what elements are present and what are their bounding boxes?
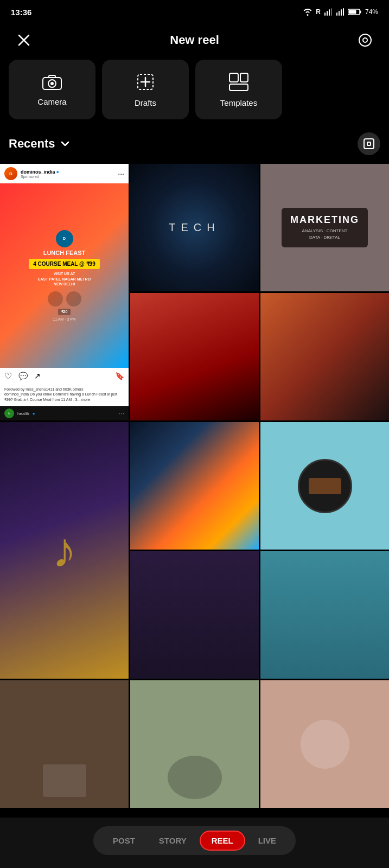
- svg-point-14: [363, 38, 367, 42]
- music-bg: ♪: [0, 422, 129, 679]
- photo-abstract-paint[interactable]: [130, 422, 259, 550]
- recents-title-group[interactable]: Recents: [9, 137, 71, 151]
- page-title: New reel: [170, 33, 219, 47]
- photo-teal-lower[interactable]: [260, 551, 389, 679]
- nav-reel[interactable]: REEL: [200, 831, 245, 851]
- templates-label: Templates: [220, 98, 257, 107]
- photo-peach[interactable]: [260, 680, 389, 808]
- photo-grid-section: D dominos_india ● Sponsored ··· D LUNCH …: [0, 164, 389, 808]
- photo-red-gradient[interactable]: [130, 293, 259, 420]
- close-icon: [18, 34, 30, 46]
- select-icon: [363, 138, 375, 150]
- close-button[interactable]: [13, 29, 35, 51]
- photo-sage[interactable]: [130, 680, 259, 808]
- photo-grid: D dominos_india ● Sponsored ··· D LUNCH …: [0, 164, 389, 808]
- svg-rect-0: [324, 12, 326, 16]
- quick-action-camera[interactable]: Camera: [9, 60, 95, 119]
- svg-rect-3: [331, 8, 332, 16]
- dominos-logo: D: [56, 230, 73, 247]
- photo-marketing[interactable]: MARKETING ANALYSIS · CONTENTDATA · DIGIT…: [260, 164, 389, 291]
- brown-bg: [0, 680, 129, 808]
- marketing-subtext: ANALYSIS · CONTENTDATA · DIGITAL: [290, 228, 359, 241]
- select-button[interactable]: [358, 132, 380, 155]
- post-caption: Followed by miss_snehu1411 and 603K othe…: [0, 385, 129, 406]
- recents-header: Recents: [0, 132, 389, 164]
- photo-music-person[interactable]: ♪: [0, 422, 129, 679]
- photo-dominos-post[interactable]: D dominos_india ● Sponsored ··· D LUNCH …: [0, 164, 129, 420]
- svg-rect-4: [336, 12, 337, 16]
- tech-label: TECH: [169, 221, 220, 234]
- marketing-text: MARKETING: [290, 214, 359, 226]
- food-bg: [260, 422, 389, 550]
- nav-story[interactable]: STORY: [148, 832, 197, 850]
- post-image: D LUNCH FEAST 4 COURSE MEAL @ ₹99 VISIT …: [0, 183, 129, 368]
- post-avatar: D: [4, 167, 17, 180]
- post-timing: 11 AM - 3 PM: [53, 317, 75, 321]
- drafts-icon: [136, 72, 155, 92]
- svg-rect-5: [339, 11, 340, 16]
- status-bar: 13:36 R 74%: [0, 0, 389, 24]
- quick-actions-row: Camera Drafts Templates: [0, 60, 389, 132]
- post-food-items: [48, 291, 81, 307]
- photo-tech[interactable]: TECH: [130, 164, 259, 291]
- status-icons: R 74%: [303, 8, 378, 16]
- svg-rect-24: [364, 139, 374, 149]
- post-more-icon: ···: [118, 169, 124, 178]
- health-post-teaser: h health ● ···: [0, 406, 129, 420]
- post-actions: ♡ 💬 ↗ 🔖: [0, 368, 129, 385]
- quick-action-drafts[interactable]: Drafts: [102, 60, 189, 119]
- camera-label: Camera: [37, 97, 66, 106]
- post-username: dominos_india ● Sponsored: [21, 169, 114, 178]
- svg-rect-6: [341, 9, 342, 16]
- person-silhouette: ♪: [52, 522, 76, 578]
- photo-purple[interactable]: [130, 551, 259, 679]
- nav-post[interactable]: POST: [102, 832, 146, 850]
- templates-icon: [228, 72, 249, 92]
- svg-rect-21: [229, 73, 238, 82]
- photo-abstract-top[interactable]: [260, 293, 389, 420]
- photo-brown[interactable]: [0, 680, 129, 808]
- recents-title-text: Recents: [9, 137, 55, 151]
- chevron-down-icon: [60, 138, 71, 149]
- svg-rect-2: [329, 9, 330, 16]
- marketing-badge: MARKETING ANALYSIS · CONTENTDATA · DIGIT…: [282, 208, 368, 247]
- svg-rect-25: [367, 142, 371, 145]
- photo-food-plate[interactable]: [260, 422, 389, 550]
- bottom-nav-inner: POST STORY REEL LIVE: [93, 826, 296, 855]
- svg-point-13: [359, 34, 371, 46]
- svg-rect-10: [348, 10, 356, 14]
- post-location: VISIT US ATEAST PATEL NAGAR METRONEW DEL…: [38, 271, 91, 287]
- signal2-icon: [336, 8, 345, 16]
- settings-icon: [358, 33, 372, 47]
- status-time: 13:36: [11, 8, 31, 17]
- food-plate: [298, 459, 352, 513]
- svg-rect-7: [343, 8, 344, 16]
- wifi-icon: [303, 8, 313, 16]
- bottom-nav: POST STORY REEL LIVE: [0, 818, 389, 868]
- camera-icon: [42, 73, 62, 91]
- post-price: 4 COURSE MEAL @ ₹99: [29, 259, 99, 269]
- svg-rect-1: [327, 11, 328, 16]
- battery-percent: 74%: [365, 8, 378, 16]
- drafts-label: Drafts: [135, 98, 156, 107]
- quick-action-templates[interactable]: Templates: [195, 60, 282, 119]
- signal1-icon: [324, 8, 333, 16]
- svg-rect-9: [360, 11, 361, 14]
- battery-icon: [348, 8, 362, 16]
- svg-rect-22: [240, 73, 248, 82]
- post-footer-price: ₹20: [58, 309, 71, 315]
- svg-rect-23: [229, 84, 248, 91]
- peach-bg: [260, 680, 389, 808]
- sage-bg: [130, 680, 259, 808]
- nav-live[interactable]: LIVE: [247, 832, 287, 850]
- post-headline: LUNCH FEAST: [43, 250, 86, 257]
- svg-point-17: [50, 82, 54, 85]
- settings-button[interactable]: [354, 29, 376, 51]
- carrier-r: R: [316, 8, 321, 16]
- top-nav: New reel: [0, 24, 389, 60]
